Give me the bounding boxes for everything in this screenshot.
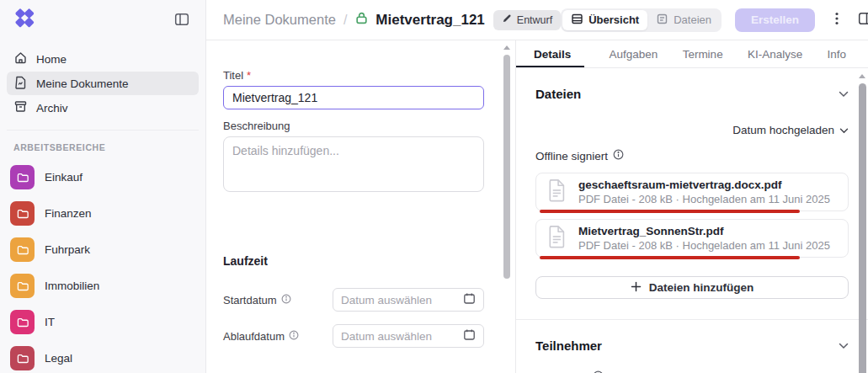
home-icon [13,51,28,67]
sidebar-item-home[interactable]: Home [7,47,199,71]
tab-info[interactable]: Info [827,40,846,67]
sidebar-item-meine-dokumente[interactable]: Meine Dokumente [7,72,199,95]
view-toggle-files[interactable]: Dateien [647,10,720,30]
workspace-list: Einkauf Finanzen Fuhrpark Immobilien [0,159,205,373]
more-menu-button[interactable] [827,8,847,32]
detail-tabs: Details Aufgaben Termine KI-Analyse Info [516,40,868,68]
scrollbar-thumb[interactable] [503,55,510,279]
detail-panel-content: Dateien Datum hochgeladen Offline signie… [516,87,868,373]
chevron-down-icon[interactable] [839,343,849,349]
breadcrumb-parent[interactable]: Meine Dokumente [223,12,336,28]
end-date-input[interactable] [341,330,463,343]
add-files-label: Dateien hinzufügen [649,281,754,294]
offline-signed-label: Offline signiert [535,150,608,163]
workspace-item-finanzen[interactable]: Finanzen [0,195,205,232]
description-field-label: Beschreibung [223,120,515,132]
info-icon [281,294,291,306]
file-card[interactable]: Mietvertrag_SonnenStr.pdf PDF Datei - 20… [535,219,849,258]
breadcrumb-separator: / [343,13,347,28]
end-date-row: Ablaufdatum [223,324,484,348]
scrollbar-thumb[interactable] [859,83,866,373]
file-meta: PDF Datei - 208 kB · Hochgeladen am 11 J… [578,194,830,205]
tab-ki-analyse[interactable]: KI-Analyse [748,40,802,67]
participants-section-title: Teilnehmer [535,338,602,353]
participants-section-header[interactable]: Teilnehmer [535,338,849,353]
sidebar-header [0,0,205,40]
sidebar-item-label: Archiv [36,102,68,115]
file-meta: PDF Datei - 208 kB · Hochgeladen am 11 J… [578,240,830,252]
workspace-item-einkauf[interactable]: Einkauf [0,159,205,195]
app-logo-icon [13,8,36,34]
status-badge[interactable]: Entwurf [493,10,561,30]
pdf-file-icon [548,179,567,205]
document-form: Titel* Beschreibung Laufzeit Startdatum [206,40,515,373]
sort-dropdown[interactable]: Datum hochgeladen [535,124,849,136]
required-mark: * [247,69,251,82]
create-button[interactable]: Erstellen [735,8,815,32]
workspaces-section-label: ARBEITSBEREICHE [13,142,205,152]
add-files-button[interactable]: Dateien hinzufügen [535,276,849,299]
overview-icon [571,13,583,28]
split-view-button[interactable] [854,7,868,33]
panel-right-icon [857,10,868,29]
panel-scrollbar[interactable] [857,74,867,373]
start-date-input[interactable] [341,294,463,306]
files-section-title: Dateien [535,87,581,101]
sort-label: Datum hochgeladen [732,124,834,136]
sidebar-collapse-button[interactable] [170,8,194,34]
workspace-item-legal[interactable]: Legal [0,340,205,373]
archive-icon [13,99,28,116]
tab-termine[interactable]: Termine [683,40,723,67]
calendar-icon [463,292,476,308]
kebab-icon [830,11,844,29]
workspace-label: Legal [45,352,72,365]
offline-signed-label-row: Offline signiert [535,149,849,163]
chevron-down-icon [839,124,849,136]
info-icon[interactable] [613,149,624,163]
workspace-item-fuhrpark[interactable]: Fuhrpark [0,232,205,268]
workspace-item-it[interactable]: IT [0,304,205,340]
scroll-up-icon[interactable] [503,45,510,50]
sidebar-divider [7,130,199,131]
folder-icon [10,165,35,189]
scroll-up-icon[interactable] [859,74,865,78]
laufzeit-heading: Laufzeit [223,254,515,268]
file-name: geschaeftsraum-mietvertrag.docx.pdf [578,179,830,192]
tab-details[interactable]: Details [516,40,584,67]
workspace-label: Einkauf [45,171,83,184]
plus-icon [631,281,642,295]
sidebar-item-label: Home [36,53,67,66]
info-icon [289,330,299,343]
red-underline-annotation [540,256,800,259]
workspace-item-immobilien[interactable]: Immobilien [0,268,205,304]
folder-icon [10,237,35,262]
page-header: Meine Dokumente / Mietvertrag_121 Entwur… [206,0,868,40]
red-underline-annotation [540,210,800,213]
description-textarea[interactable] [223,136,484,192]
form-scrollbar[interactable] [503,45,511,279]
folder-icon [10,201,35,226]
start-date-picker[interactable] [333,288,484,312]
start-date-label: Startdatum [223,294,333,306]
sidebar: Home Meine Dokumente [0,0,206,373]
chevron-down-icon[interactable] [839,91,849,98]
pdf-file-icon [548,225,567,252]
end-date-label: Ablaufdatum [223,330,333,343]
sidebar-item-archiv[interactable]: Archiv [7,96,199,120]
files-section-header[interactable]: Dateien [535,87,849,101]
folder-icon [10,346,35,370]
end-date-picker[interactable] [333,324,484,348]
section-divider [516,319,868,320]
page-body: Titel* Beschreibung Laufzeit Startdatum [206,40,868,373]
pencil-icon [502,13,512,26]
view-toggle-overview[interactable]: Übersicht [562,10,647,30]
file-card[interactable]: geschaeftsraum-mietvertrag.docx.pdf PDF … [535,173,849,211]
detail-panel: Details Aufgaben Termine KI-Analyse Info… [515,40,868,373]
folder-icon [10,274,35,298]
tab-aufgaben[interactable]: Aufgaben [610,40,658,67]
title-input[interactable] [223,86,484,109]
workspace-label: Fuhrpark [45,243,90,256]
document-icon [13,75,28,92]
panel-left-icon [173,11,190,30]
view-toggle-files-label: Dateien [674,13,711,26]
